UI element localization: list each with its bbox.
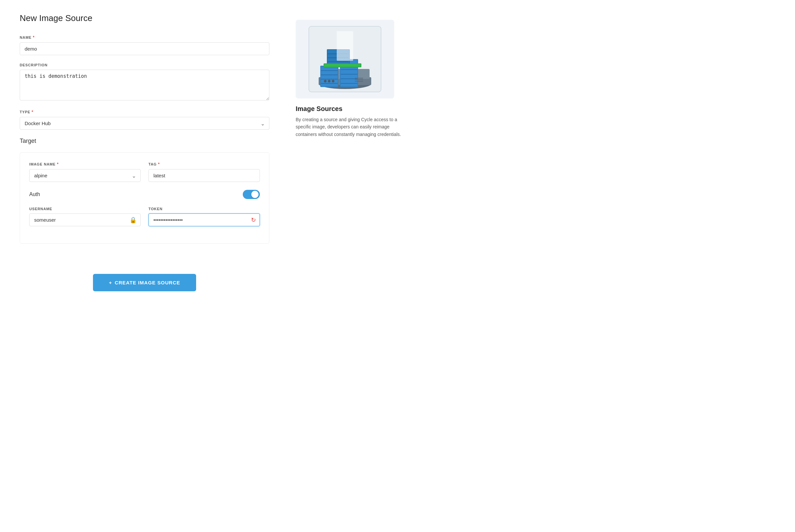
username-input-wrapper: 🔒 bbox=[29, 213, 140, 226]
token-input-wrapper: ↻ bbox=[149, 213, 260, 226]
create-btn-icon: + bbox=[109, 280, 112, 285]
lock-icon: 🔒 bbox=[129, 216, 137, 224]
auth-row: Auth bbox=[29, 190, 260, 199]
token-input[interactable] bbox=[149, 213, 260, 226]
image-name-select-wrapper: alpine ubuntu nginx node ⌄ bbox=[29, 169, 140, 182]
type-select-wrapper: Docker Hub Docker Registry ECR GCR ⌄ bbox=[20, 117, 269, 130]
toggle-knob bbox=[251, 191, 259, 198]
illustration-svg bbox=[302, 23, 387, 95]
target-section: IMAGE NAME * alpine ubuntu nginx node ⌄ bbox=[20, 152, 269, 244]
name-label: NAME * bbox=[20, 35, 269, 40]
sidebar-info-title: Image Sources bbox=[296, 105, 342, 113]
tag-field-group: TAG * bbox=[149, 162, 260, 182]
image-tag-row: IMAGE NAME * alpine ubuntu nginx node ⌄ bbox=[29, 162, 260, 190]
auth-toggle[interactable] bbox=[243, 190, 260, 199]
type-required-star: * bbox=[32, 110, 34, 114]
type-select[interactable]: Docker Hub Docker Registry ECR GCR bbox=[20, 117, 269, 130]
svg-point-26 bbox=[328, 80, 330, 82]
token-field-group: TOKEN ↻ bbox=[149, 207, 260, 226]
tag-input[interactable] bbox=[149, 169, 260, 182]
description-input[interactable]: this is demonstration bbox=[20, 70, 269, 100]
auth-label: Auth bbox=[29, 191, 40, 197]
create-btn-label: CREATE IMAGE SOURCE bbox=[115, 280, 180, 285]
create-btn-area: + CREATE IMAGE SOURCE bbox=[20, 254, 269, 291]
svg-rect-24 bbox=[337, 31, 353, 61]
refresh-icon[interactable]: ↻ bbox=[251, 216, 256, 224]
username-label: USERNAME bbox=[29, 207, 140, 211]
tag-required-star: * bbox=[158, 162, 160, 167]
svg-point-25 bbox=[324, 80, 326, 82]
credentials-row: USERNAME 🔒 TOKEN ↻ bbox=[29, 207, 260, 234]
description-field-group: DESCRIPTION this is demonstration bbox=[20, 63, 269, 102]
image-name-select[interactable]: alpine ubuntu nginx node bbox=[29, 169, 140, 182]
username-field-group: USERNAME 🔒 bbox=[29, 207, 140, 226]
right-panel: Image Sources By creating a source and g… bbox=[296, 13, 408, 291]
image-name-label: IMAGE NAME * bbox=[29, 162, 140, 167]
page-title: New Image Source bbox=[20, 13, 269, 23]
name-input[interactable] bbox=[20, 42, 269, 55]
target-section-title: Target bbox=[20, 138, 269, 145]
type-field-group: TYPE * Docker Hub Docker Registry ECR GC… bbox=[20, 110, 269, 130]
illustration-container: Image Sources By creating a source and g… bbox=[296, 20, 408, 138]
tag-label: TAG * bbox=[149, 162, 260, 167]
svg-rect-23 bbox=[324, 64, 361, 66]
type-label: TYPE * bbox=[20, 110, 269, 114]
illustration-box bbox=[296, 20, 394, 98]
name-field-group: NAME * bbox=[20, 35, 269, 55]
svg-point-27 bbox=[332, 80, 335, 82]
token-label: TOKEN bbox=[149, 207, 260, 211]
create-image-source-button[interactable]: + CREATE IMAGE SOURCE bbox=[93, 274, 196, 291]
image-name-field-group: IMAGE NAME * alpine ubuntu nginx node ⌄ bbox=[29, 162, 140, 182]
description-label: DESCRIPTION bbox=[20, 63, 269, 67]
sidebar-info-description: By creating a source and giving Cycle ac… bbox=[296, 116, 408, 138]
image-name-required-star: * bbox=[57, 162, 59, 167]
username-input[interactable] bbox=[29, 213, 140, 226]
name-required-star: * bbox=[33, 35, 35, 40]
